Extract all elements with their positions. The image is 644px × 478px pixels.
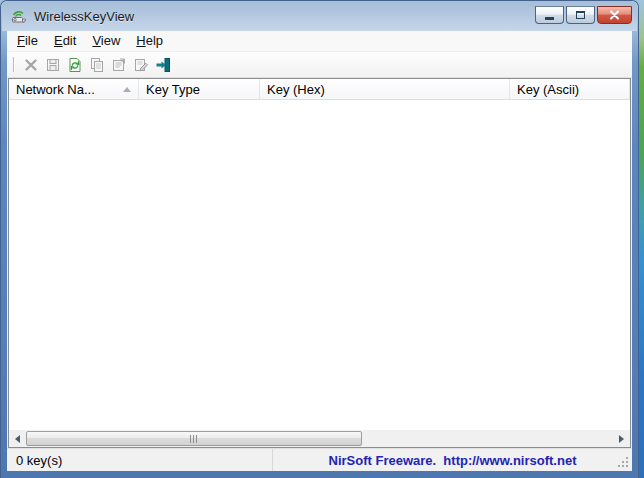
properties-icon bbox=[111, 57, 127, 73]
toolbar-properties-button[interactable] bbox=[108, 54, 130, 76]
app-window: WirelessKeyView File Edit View Help bbox=[0, 0, 639, 478]
title-bar[interactable]: WirelessKeyView bbox=[2, 1, 637, 31]
close-button[interactable] bbox=[597, 6, 632, 24]
menu-file[interactable]: File bbox=[9, 31, 46, 51]
menu-view[interactable]: View bbox=[84, 31, 128, 51]
toolbar-report-button[interactable] bbox=[130, 54, 152, 76]
exit-icon bbox=[155, 57, 171, 73]
toolbar-delete-button[interactable] bbox=[20, 54, 42, 76]
scroll-right-arrow-icon bbox=[619, 435, 624, 443]
listview-header: Network Na... Key Type Key (Hex) Key (As… bbox=[9, 79, 630, 100]
horizontal-scrollbar bbox=[9, 430, 630, 447]
scroll-right-button[interactable] bbox=[613, 430, 630, 447]
minimize-button[interactable] bbox=[535, 6, 564, 24]
column-label: Key (Ascii) bbox=[517, 82, 579, 97]
scroll-left-arrow-icon bbox=[15, 435, 20, 443]
column-label: Key (Hex) bbox=[267, 82, 325, 97]
minimize-icon bbox=[545, 17, 554, 20]
menu-edit[interactable]: Edit bbox=[46, 31, 84, 51]
column-label: Key Type bbox=[146, 82, 200, 97]
status-nirsoft-link[interactable]: NirSoft Freeware. http://www.nirsoft.net bbox=[273, 449, 632, 471]
keys-listview: Network Na... Key Type Key (Hex) Key (As… bbox=[8, 78, 631, 448]
sort-ascending-icon bbox=[123, 87, 131, 92]
toolbar-copy-button[interactable] bbox=[86, 54, 108, 76]
toolbar-gripper bbox=[13, 57, 15, 72]
close-icon bbox=[609, 6, 620, 24]
scrollbar-thumb[interactable] bbox=[26, 431, 362, 446]
toolbar-exit-button[interactable] bbox=[152, 54, 174, 76]
column-header-key-type[interactable]: Key Type bbox=[139, 79, 260, 99]
listview-empty-area[interactable] bbox=[9, 100, 630, 430]
delete-icon bbox=[23, 57, 39, 73]
menu-bar: File Edit View Help bbox=[7, 31, 632, 52]
wireless-key-icon[interactable] bbox=[10, 8, 28, 24]
status-key-count: 0 key(s) bbox=[7, 449, 273, 471]
save-icon bbox=[45, 57, 61, 73]
refresh-icon bbox=[67, 57, 83, 73]
column-header-key-hex[interactable]: Key (Hex) bbox=[260, 79, 510, 99]
window-controls bbox=[535, 6, 632, 24]
menu-help[interactable]: Help bbox=[128, 31, 171, 51]
toolbar-refresh-button[interactable] bbox=[64, 54, 86, 76]
maximize-button[interactable] bbox=[566, 6, 595, 24]
status-bar: 0 key(s) NirSoft Freeware. http://www.ni… bbox=[7, 448, 632, 471]
toolbar bbox=[7, 52, 632, 78]
resize-grip-icon[interactable] bbox=[617, 456, 630, 469]
copy-icon bbox=[89, 57, 105, 73]
scroll-left-button[interactable] bbox=[9, 430, 26, 447]
column-header-key-ascii[interactable]: Key (Ascii) bbox=[510, 79, 630, 99]
scrollbar-grip-icon bbox=[190, 435, 198, 443]
column-header-network-name[interactable]: Network Na... bbox=[9, 79, 139, 99]
maximize-icon bbox=[576, 11, 585, 19]
window-title: WirelessKeyView bbox=[34, 9, 134, 24]
client-area: File Edit View Help bbox=[7, 31, 632, 471]
report-icon bbox=[133, 57, 149, 73]
toolbar-save-button[interactable] bbox=[42, 54, 64, 76]
column-label: Network Na... bbox=[16, 82, 95, 97]
